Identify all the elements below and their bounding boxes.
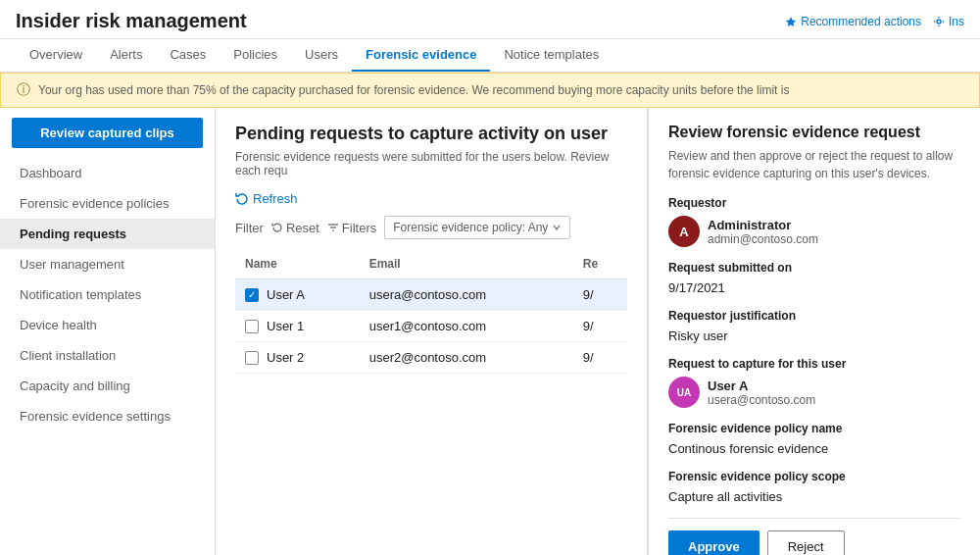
requests-table: Name Email Re ✓ User A usera@contoso bbox=[235, 249, 627, 374]
page-title: Insider risk management bbox=[16, 10, 247, 32]
panel-subtitle: Review and then approve or reject the re… bbox=[668, 147, 960, 182]
warning-icon: ⓘ bbox=[17, 81, 30, 99]
requestor-section: Requestor A Administrator admin@contoso.… bbox=[668, 196, 960, 247]
policy-name-value: Continous forensic evidence bbox=[668, 441, 960, 456]
requestor-avatar-row: A Administrator admin@contoso.com bbox=[668, 216, 960, 247]
sidebar-item-forensic-settings[interactable]: Forensic evidence settings bbox=[0, 401, 215, 431]
chevron-down-icon bbox=[552, 223, 562, 232]
row-checkbox[interactable] bbox=[245, 351, 259, 365]
content-area: Pending requests to capture activity on … bbox=[216, 108, 647, 555]
submitted-label: Request submitted on bbox=[668, 261, 960, 275]
review-captured-clips-button[interactable]: Review captured clips bbox=[12, 118, 203, 148]
right-panel: Review forensic evidence request Review … bbox=[647, 108, 980, 555]
tab-users[interactable]: Users bbox=[291, 39, 352, 72]
refresh-button[interactable]: Refresh bbox=[235, 191, 298, 206]
tab-policies[interactable]: Policies bbox=[220, 39, 291, 72]
requestor-name: Administrator bbox=[708, 218, 818, 232]
capture-user-name: User A bbox=[708, 378, 815, 393]
user-email: user1@contoso.com bbox=[360, 311, 573, 342]
svg-point-1 bbox=[937, 20, 941, 24]
user-email: usera@contoso.com bbox=[360, 279, 573, 311]
banner-text: Your org has used more than 75% of the c… bbox=[38, 83, 789, 97]
policy-dropdown[interactable]: Forensic evidence policy: Any bbox=[384, 216, 570, 239]
table-row[interactable]: User 1 user1@contoso.com 9/ bbox=[235, 311, 627, 342]
sidebar-item-client-installation[interactable]: Client installation bbox=[0, 340, 215, 371]
sidebar-item-capacity-billing[interactable]: Capacity and billing bbox=[0, 371, 215, 401]
content-title: Pending requests to capture activity on … bbox=[235, 124, 627, 144]
capture-user-avatar: UA bbox=[668, 377, 700, 408]
star-icon bbox=[785, 16, 797, 27]
requestor-label: Requestor bbox=[668, 196, 960, 210]
sidebar-item-notification-templates[interactable]: Notification templates bbox=[0, 279, 215, 310]
settings-icon bbox=[933, 16, 945, 27]
svg-marker-0 bbox=[786, 17, 796, 26]
sidebar-item-pending-requests[interactable]: Pending requests bbox=[0, 219, 215, 249]
table-row[interactable]: ✓ User A usera@contoso.com 9/ bbox=[235, 279, 627, 311]
user-name: User 1 bbox=[267, 319, 304, 333]
filters-button[interactable]: Filters bbox=[327, 221, 376, 235]
user-email: user2@contoso.com bbox=[360, 342, 573, 374]
policy-name-section: Forensic evidence policy name Continous … bbox=[668, 422, 960, 456]
tab-notice-templates[interactable]: Notice templates bbox=[490, 39, 612, 72]
submitted-value: 9/17/2021 bbox=[668, 280, 960, 295]
panel-footer: Approve Reject bbox=[668, 518, 960, 555]
user-re: 9/ bbox=[573, 279, 627, 311]
col-re: Re bbox=[573, 249, 627, 279]
requestor-email: admin@contoso.com bbox=[708, 232, 818, 246]
capture-user-row: UA User A usera@contoso.com bbox=[668, 377, 960, 408]
capture-user-section: Request to capture for this user UA User… bbox=[668, 357, 960, 408]
panel-title: Review forensic evidence request bbox=[668, 124, 960, 141]
tab-cases[interactable]: Cases bbox=[156, 39, 220, 72]
row-checkbox[interactable] bbox=[245, 320, 259, 333]
recommended-actions-link[interactable]: Recommended actions bbox=[785, 15, 921, 28]
policy-scope-value: Capture all activities bbox=[668, 489, 960, 504]
col-email: Email bbox=[360, 249, 573, 279]
row-checkbox[interactable]: ✓ bbox=[245, 288, 259, 302]
submitted-section: Request submitted on 9/17/2021 bbox=[668, 261, 960, 295]
policy-scope-label: Forensic evidence policy scope bbox=[668, 470, 960, 483]
sidebar-item-user-management[interactable]: User management bbox=[0, 249, 215, 279]
requestor-avatar: A bbox=[668, 216, 700, 247]
user-re: 9/ bbox=[573, 342, 627, 374]
nav-tabs: Overview Alerts Cases Policies Users For… bbox=[0, 39, 980, 73]
filter-row: Filter Reset Filters Forensic evidence p… bbox=[235, 216, 627, 239]
user-name: User 2 bbox=[267, 350, 304, 365]
requestor-info: Administrator admin@contoso.com bbox=[708, 218, 818, 246]
policy-name-label: Forensic evidence policy name bbox=[668, 422, 960, 435]
warning-banner: ⓘ Your org has used more than 75% of the… bbox=[0, 73, 980, 108]
sidebar-item-device-health[interactable]: Device health bbox=[0, 310, 215, 340]
policy-scope-section: Forensic evidence policy scope Capture a… bbox=[668, 470, 960, 504]
content-subtitle: Forensic evidence requests were submitte… bbox=[235, 150, 627, 177]
refresh-icon bbox=[235, 192, 249, 206]
col-name: Name bbox=[235, 249, 360, 279]
reject-button[interactable]: Reject bbox=[767, 530, 845, 555]
reset-button[interactable]: Reset bbox=[271, 221, 319, 235]
reset-icon bbox=[271, 222, 283, 233]
ins-link[interactable]: Ins bbox=[933, 15, 964, 28]
justification-label: Requestor justification bbox=[668, 309, 960, 323]
capture-user-email: usera@contoso.com bbox=[708, 393, 815, 407]
top-header: Insider risk management Recommended acti… bbox=[0, 0, 980, 39]
tab-overview[interactable]: Overview bbox=[16, 39, 96, 72]
table-row[interactable]: User 2 user2@contoso.com 9/ bbox=[235, 342, 627, 374]
justification-section: Requestor justification Risky user bbox=[668, 309, 960, 343]
sidebar-item-forensic-policies[interactable]: Forensic evidence policies bbox=[0, 188, 215, 219]
table-container: Name Email Re ✓ User A usera@contoso bbox=[235, 249, 627, 539]
header-actions: Recommended actions Ins bbox=[785, 15, 964, 28]
filter-label: Filter bbox=[235, 221, 264, 235]
filter-icon bbox=[327, 222, 339, 233]
user-name: User A bbox=[267, 287, 305, 302]
sidebar: Review captured clips Dashboard Forensic… bbox=[0, 108, 216, 555]
main-area: Review captured clips Dashboard Forensic… bbox=[0, 108, 980, 555]
justification-value: Risky user bbox=[668, 328, 960, 343]
capture-user-info: User A usera@contoso.com bbox=[708, 378, 815, 407]
tab-alerts[interactable]: Alerts bbox=[96, 39, 156, 72]
user-re: 9/ bbox=[573, 311, 627, 342]
tab-forensic-evidence[interactable]: Forensic evidence bbox=[352, 39, 490, 72]
approve-button[interactable]: Approve bbox=[668, 530, 760, 555]
capture-label: Request to capture for this user bbox=[668, 357, 960, 371]
sidebar-item-dashboard[interactable]: Dashboard bbox=[0, 158, 215, 188]
toolbar: Refresh bbox=[235, 191, 627, 206]
